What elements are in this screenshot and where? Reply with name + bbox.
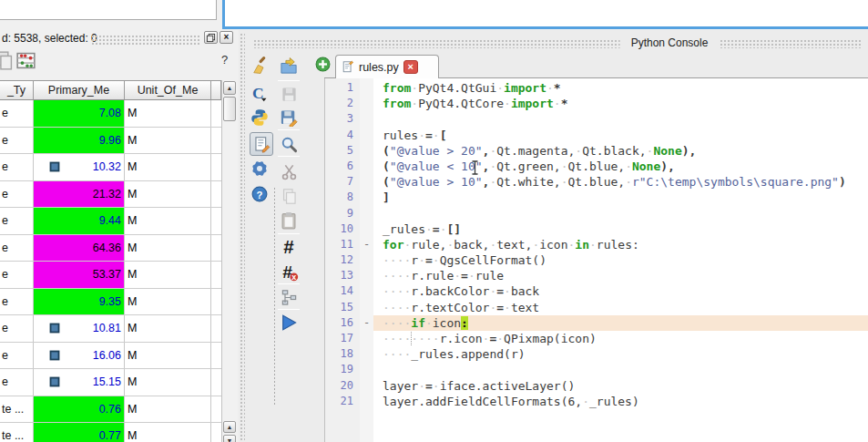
cell-unit[interactable]: M	[125, 343, 211, 369]
dock-float-button[interactable]	[204, 31, 218, 44]
scroll-up-button-bottom[interactable]: ▲	[223, 421, 236, 433]
uncomment-button[interactable]: #x	[279, 262, 299, 282]
code-text[interactable]: ····r·=·QgsCellFormat()	[373, 252, 868, 268]
help-button[interactable]: ?	[250, 184, 270, 204]
paste-button[interactable]	[279, 211, 299, 231]
fold-marker-icon[interactable]: -	[360, 315, 373, 331]
table-vertical-scrollbar[interactable]: ▲ ▲ ▼	[221, 80, 237, 442]
cell-primary-me[interactable]: 64.36	[34, 235, 125, 262]
code-text[interactable]: _rules·=·[]	[373, 221, 868, 237]
cell-type[interactable]: e	[0, 100, 34, 127]
cell-primary-me[interactable]: 9.35	[34, 289, 125, 315]
copy-selection-button[interactable]	[0, 50, 15, 72]
cell-type[interactable]: e	[0, 235, 34, 262]
cell-type[interactable]: te ...	[0, 423, 34, 442]
code-text[interactable]: layer.addFieldCellFormats(6,·_rules)	[373, 394, 868, 409]
cell-type[interactable]: te ...	[0, 396, 34, 423]
scroll-down-button[interactable]: ▼	[223, 435, 236, 442]
cell-unit[interactable]: M	[125, 423, 211, 442]
code-editor[interactable]: 1from·PyQt4.QtGui·import·*2from·PyQt4.Qt…	[324, 78, 868, 442]
column-header-unit-of-me[interactable]: Unit_Of_Me	[125, 81, 211, 100]
table-row[interactable]: e16.06M	[0, 343, 221, 370]
fold-marker-icon[interactable]: -	[360, 237, 373, 252]
table-row[interactable]: e21.32M	[0, 181, 221, 209]
clear-console-button[interactable]	[250, 55, 270, 75]
cell-primary-me[interactable]: 9.44	[34, 208, 125, 234]
table-row[interactable]: e7.08M	[0, 100, 221, 128]
cell-unit[interactable]: M	[125, 369, 211, 396]
scrollbar-thumb[interactable]	[223, 97, 236, 121]
code-text[interactable]: ("@value < 10",·Qt.green,·Qt.blue,·None)…	[373, 159, 868, 174]
code-text[interactable]: ("@value > 10",·Qt.white,·Qt.blue,·r"C:\…	[373, 174, 868, 190]
tab-rules-py[interactable]: rules.py ×	[335, 55, 439, 78]
cell-unit[interactable]: M	[125, 100, 211, 127]
cell-primary-me[interactable]: 9.96	[34, 128, 125, 154]
table-row[interactable]: e9.96M	[0, 128, 221, 155]
table-row[interactable]: e10.32M	[0, 154, 221, 181]
code-text[interactable]: from·PyQt4.QtGui·import·*	[373, 80, 868, 96]
toolbar-drag-handle[interactable]	[273, 187, 276, 406]
cut-button[interactable]	[279, 161, 299, 181]
cell-unit[interactable]: M	[125, 235, 211, 262]
cell-primary-me[interactable]: 7.08	[34, 100, 125, 127]
cell-unit[interactable]: M	[125, 208, 211, 234]
cell-unit[interactable]: M	[125, 181, 211, 208]
whats-this-help-button[interactable]: ?	[221, 53, 228, 67]
show-editor-button[interactable]	[250, 132, 273, 156]
cell-unit[interactable]: M	[125, 128, 211, 154]
map-canvas[interactable]	[222, 0, 868, 29]
column-header-type[interactable]: _Ty	[0, 81, 34, 100]
cell-primary-me[interactable]: 16.06	[34, 343, 125, 369]
table-row[interactable]: te ...0.76M	[0, 396, 221, 424]
cell-unit[interactable]: M	[125, 396, 211, 423]
run-script-button[interactable]	[279, 313, 299, 333]
cell-type[interactable]: e	[0, 181, 34, 208]
table-row[interactable]: te ...0.77M	[0, 423, 221, 442]
table-row[interactable]: e10.81M	[0, 315, 221, 343]
cell-type[interactable]: e	[0, 154, 34, 180]
open-script-button[interactable]	[279, 56, 299, 76]
cell-primary-me[interactable]: 0.76	[34, 396, 125, 423]
code-text[interactable]	[373, 111, 868, 127]
table-row[interactable]: e53.37M	[0, 262, 221, 289]
save-button[interactable]	[279, 84, 299, 104]
copy-button[interactable]	[279, 186, 299, 206]
cell-primary-me[interactable]: 15.15	[34, 369, 125, 396]
cell-primary-me[interactable]: 0.77	[34, 423, 125, 442]
code-text[interactable]: from·PyQt4.QtCore·import·*	[373, 96, 868, 111]
save-as-button[interactable]	[279, 108, 299, 128]
table-row[interactable]: e15.15M	[0, 369, 221, 396]
code-text[interactable]: ····if·icon:	[373, 315, 868, 331]
cell-type[interactable]: e	[0, 208, 34, 234]
new-tab-button[interactable]	[315, 57, 331, 72]
object-inspector-button[interactable]	[279, 287, 299, 307]
cell-unit[interactable]: M	[125, 315, 211, 342]
cell-primary-me[interactable]: 53.37	[34, 262, 125, 288]
options-button[interactable]	[250, 159, 270, 179]
import-class-button[interactable]: C	[250, 83, 270, 103]
cell-type[interactable]: e	[0, 369, 34, 396]
code-text[interactable]: for·rule,·back,·text,·icon·in·rules:	[373, 237, 868, 252]
table-row[interactable]: e64.36M	[0, 235, 221, 262]
column-header-primary-me[interactable]: Primary_Me	[34, 81, 125, 100]
code-text[interactable]: ····r.textColor·=·text	[373, 300, 868, 315]
run-command-button[interactable]	[250, 108, 270, 128]
tab-close-button[interactable]: ×	[403, 60, 418, 74]
code-text[interactable]: layer·=·iface.activeLayer()	[373, 378, 868, 394]
code-text[interactable]: ····_rules.append(r)	[373, 346, 868, 362]
table-row[interactable]: e9.44M	[0, 208, 221, 235]
code-text[interactable]	[373, 362, 868, 377]
code-text[interactable]: ····r.rule·=·rule	[373, 268, 868, 283]
code-text[interactable]: ········r.icon·=·QPixmap(icon)	[373, 331, 868, 346]
code-text[interactable]: ]	[373, 190, 868, 205]
code-text[interactable]: ("@value > 20",·Qt.magenta,·Qt.black,·No…	[373, 143, 868, 159]
code-text[interactable]: rules·=·[	[373, 128, 868, 143]
scroll-up-button[interactable]: ▲	[223, 81, 236, 95]
cell-type[interactable]: e	[0, 315, 34, 342]
cell-unit[interactable]: M	[125, 289, 211, 315]
cell-primary-me[interactable]: 10.81	[34, 315, 125, 342]
code-text[interactable]	[373, 206, 868, 221]
cell-primary-me[interactable]: 21.32	[34, 181, 125, 208]
dock-close-button[interactable]: ×	[220, 31, 233, 44]
cell-type[interactable]: e	[0, 128, 34, 154]
